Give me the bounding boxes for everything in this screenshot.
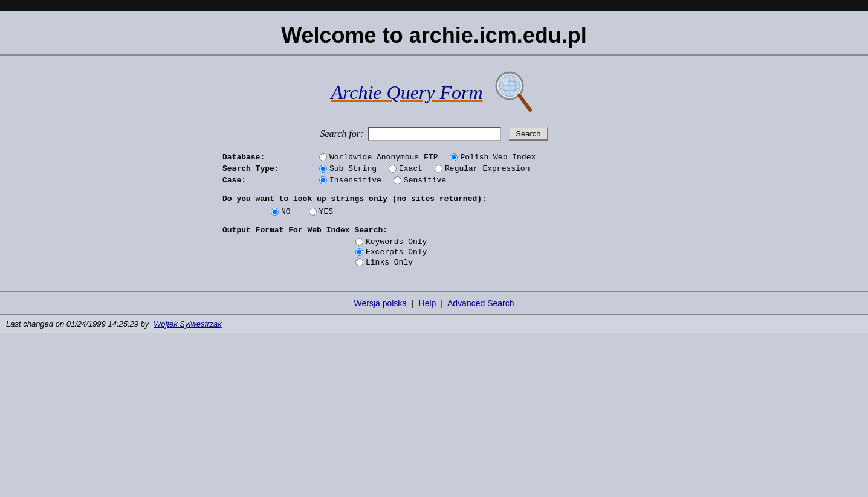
svg-point-7 [503,79,508,84]
case-insensitive-option[interactable]: Insensitive [319,176,381,185]
search-type-substring-label: Sub String [329,164,377,173]
form-options: Database: Worldwide Anonymous FTP Polish… [222,153,646,185]
case-sensitive-label: Sensitive [404,176,446,185]
output-options: Keywords Only Excerpts Only Links Only [222,237,646,267]
output-section: Output Format For Web Index Search: Keyw… [222,226,646,267]
strings-no-radio[interactable] [271,208,279,216]
separator-1: | [412,298,414,308]
magnifier-icon [489,68,537,118]
strings-section: Do you want to look up strings only (no … [222,194,646,216]
strings-yes-radio[interactable] [309,208,317,216]
search-type-substring-option[interactable]: Sub String [319,164,377,173]
case-sensitive-option[interactable]: Sensitive [394,176,446,185]
output-links-radio[interactable] [355,258,363,266]
output-excerpts-option[interactable]: Excerpts Only [355,248,646,257]
search-type-options: Sub String Exact Regular Expression [319,164,530,173]
case-insensitive-label: Insensitive [329,176,381,185]
search-type-substring-radio[interactable] [319,165,327,173]
output-keywords-option[interactable]: Keywords Only [355,237,646,246]
output-links-label: Links Only [366,258,413,267]
strings-no-option[interactable]: NO [271,207,291,216]
case-label: Case: [222,176,319,185]
search-for-row: Search for: Search [24,127,844,141]
wersja-polska-link[interactable]: Wersja polska [354,298,407,308]
database-polish-label: Polish Web Index [460,153,536,162]
search-type-exact-option[interactable]: Exact [389,164,423,173]
top-bar [0,0,868,11]
database-options: Worldwide Anonymous FTP Polish Web Index [319,153,536,162]
database-label: Database: [222,153,319,162]
output-keywords-radio[interactable] [355,238,363,246]
search-input[interactable] [368,127,501,141]
output-excerpts-label: Excerpts Only [366,248,427,257]
search-type-label: Search Type: [222,164,319,173]
case-row: Case: Insensitive Sensitive [222,176,646,185]
database-worldwide-radio[interactable] [319,153,327,161]
strings-no-label: NO [281,207,291,216]
search-type-row: Search Type: Sub String Exact Regular Ex… [222,164,646,173]
output-label: Output Format For Web Index Search: [222,226,646,235]
last-changed: Last changed on 01/24/1999 14:25:29 by W… [0,315,868,333]
last-changed-text: Last changed on 01/24/1999 14:25:29 by [6,319,149,329]
output-excerpts-radio[interactable] [355,248,363,256]
search-type-regex-radio[interactable] [435,165,442,173]
separator-2: | [441,298,443,308]
help-link[interactable]: Help [419,298,436,308]
title-section: Welcome to archie.icm.edu.pl [0,11,868,54]
form-title-container: Archie Query Form [331,68,537,118]
database-polish-option[interactable]: Polish Web Index [450,153,536,162]
footer-links: Wersja polska | Help | Advanced Search [0,292,868,314]
strings-yes-option[interactable]: YES [309,207,333,216]
advanced-search-link[interactable]: Advanced Search [447,298,514,308]
search-type-exact-radio[interactable] [389,165,397,173]
case-options: Insensitive Sensitive [319,176,446,185]
case-sensitive-radio[interactable] [394,176,401,184]
search-for-label: Search for: [320,129,363,139]
page-title: Welcome to archie.icm.edu.pl [0,23,868,48]
search-button[interactable]: Search [508,127,548,141]
strings-question: Do you want to look up strings only (no … [222,194,646,204]
database-polish-radio[interactable] [450,153,458,161]
author-link[interactable]: Wojtek Sylwestrzak [154,319,222,329]
strings-options: NO YES [222,207,646,216]
strings-yes-label: YES [319,207,333,216]
database-row: Database: Worldwide Anonymous FTP Polish… [222,153,646,162]
output-keywords-label: Keywords Only [366,237,427,246]
case-insensitive-radio[interactable] [319,176,327,184]
search-type-regex-option[interactable]: Regular Expression [435,164,530,173]
form-title: Archie Query Form [331,82,482,104]
output-links-option[interactable]: Links Only [355,258,646,267]
search-type-regex-label: Regular Expression [445,164,530,173]
query-form-area: Archie Query Form [24,68,844,141]
database-worldwide-label: Worldwide Anonymous FTP [329,153,438,162]
database-worldwide-option[interactable]: Worldwide Anonymous FTP [319,153,438,162]
main-content: Archie Query Form [0,56,868,279]
svg-line-6 [519,95,530,110]
search-type-exact-label: Exact [399,164,423,173]
